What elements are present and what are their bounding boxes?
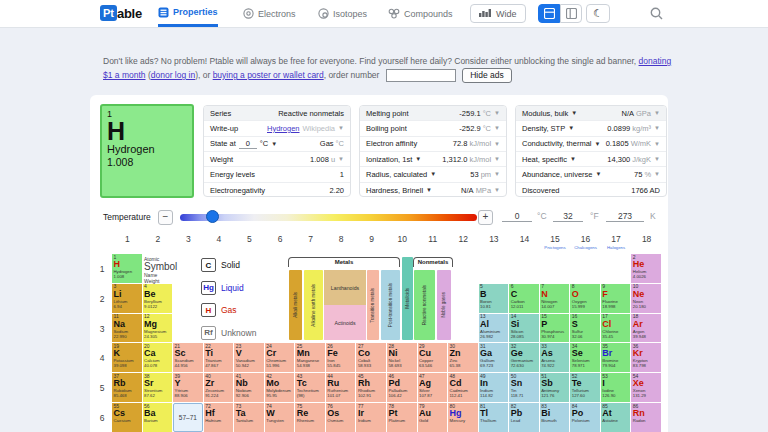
chevron-down-icon[interactable]: ▼	[338, 156, 344, 162]
group-number-2[interactable]: 2	[143, 234, 174, 244]
element-cell-Cs[interactable]: 55CsCaesium	[112, 403, 142, 432]
element-cell-Ti[interactable]: 22TiTitanium47.867	[204, 343, 234, 372]
element-cell-Ni[interactable]: 28NiNickel58.693	[387, 343, 417, 372]
element-cell-W[interactable]: 74WTungsten	[265, 403, 295, 432]
category-legend-lanthanoids-actinoids[interactable]: LanthanoidsActinoids	[324, 270, 366, 340]
element-cell-At[interactable]: 85AtAstatine	[601, 403, 631, 432]
chevron-down-icon[interactable]: ▼	[494, 187, 500, 193]
chevron-down-icon[interactable]: ▼	[654, 156, 660, 162]
group-number-8[interactable]: 8	[326, 234, 357, 244]
element-cell-Ir[interactable]: 77IrIridium	[356, 403, 386, 432]
group-number-1[interactable]: 1	[112, 234, 143, 244]
order-number-input[interactable]	[386, 69, 456, 82]
chevron-down-icon[interactable]: ▼	[494, 171, 500, 177]
group-family-label-halogens[interactable]: Halogens	[595, 245, 638, 250]
element-cell-Mn[interactable]: 25MnManganese54.938	[295, 343, 325, 372]
layout-split-vertical-button[interactable]	[560, 4, 582, 23]
wide-button[interactable]: Wide	[470, 4, 526, 23]
poster-link[interactable]: buying a poster or wallet card	[213, 70, 324, 80]
category-legend-actinoids[interactable]: Actinoids	[324, 305, 366, 340]
temperature-kelvin-input[interactable]: 273	[606, 211, 644, 222]
element-cell-Rh[interactable]: 45RhRhodium102.91	[356, 373, 386, 402]
group-number-14[interactable]: 14	[509, 234, 540, 244]
element-cell-Tl[interactable]: 81TlThallium	[479, 403, 509, 432]
period-number-3[interactable]: 3	[96, 324, 108, 334]
group-number-16[interactable]: 16	[570, 234, 601, 244]
element-cell-Br[interactable]: 35BrBromine79.904	[601, 343, 631, 372]
chevron-down-icon[interactable]: ▼	[568, 125, 574, 131]
temperature-plus-button[interactable]: +	[478, 210, 493, 225]
element-cell-P[interactable]: 15PPhosphorus30.974	[540, 314, 570, 343]
element-cell-Hf[interactable]: 72HfHafnium	[204, 403, 234, 432]
element-cell-O[interactable]: 8OOxygen15.999	[570, 284, 600, 313]
element-cell-Ru[interactable]: 44RuRuthenium101.07	[326, 373, 356, 402]
element-cell-Xe[interactable]: 54XeXenon131.29	[631, 373, 661, 402]
element-cell-Cu[interactable]: 29CuCopper63.546	[418, 343, 448, 372]
element-cell-Pd[interactable]: 46PdPalladium106.42	[387, 373, 417, 402]
element-cell-Cd[interactable]: 48CdCadmium112.41	[448, 373, 478, 402]
element-cell-C[interactable]: 6CCarbon12.011	[509, 284, 539, 313]
element-cell-Rb[interactable]: 37RbRubidium85.468	[112, 373, 142, 402]
chevron-down-icon[interactable]: ▼	[595, 171, 601, 177]
element-cell-Nb[interactable]: 41NbNiobium92.906	[234, 373, 264, 402]
element-cell-Pt[interactable]: 78PtPlatinum	[387, 403, 417, 432]
group-number-5[interactable]: 5	[234, 234, 265, 244]
element-cell-H[interactable]: 1HHydrogen1.008	[112, 254, 142, 283]
group-number-10[interactable]: 10	[387, 234, 418, 244]
element-cell-Rn[interactable]: 86RnRadon	[631, 403, 661, 432]
element-cell-F[interactable]: 9FFluorine18.998	[601, 284, 631, 313]
chevron-down-icon[interactable]: ▼	[494, 156, 500, 162]
chevron-down-icon[interactable]: ▼	[338, 125, 344, 131]
tab-isotopes[interactable]: Isotopes	[318, 0, 367, 27]
element-cell-Ge[interactable]: 32GeGermanium72.630	[509, 343, 539, 372]
search-button[interactable]	[650, 6, 663, 24]
element-cell-Pb[interactable]: 82PbLead	[509, 403, 539, 432]
chevron-down-icon[interactable]: ▼	[654, 110, 660, 116]
element-cell-Si[interactable]: 14SiSilicon28.085	[509, 314, 539, 343]
period-number-5[interactable]: 5	[96, 383, 108, 393]
group-number-18[interactable]: 18	[631, 234, 662, 244]
element-cell-I[interactable]: 53IIodine126.90	[601, 373, 631, 402]
element-cell-Sr[interactable]: 38SrStrontium87.62	[143, 373, 173, 402]
chevron-down-icon[interactable]: ▼	[594, 141, 600, 147]
element-cell-Fe[interactable]: 26FeIron55.845	[326, 343, 356, 372]
category-legend-post-transition[interactable]: Post-transition metals	[381, 270, 400, 340]
element-cell-Re[interactable]: 75ReRhenium	[295, 403, 325, 432]
tab-compounds[interactable]: Compounds	[388, 0, 453, 27]
element-cell-Se[interactable]: 34SeSelenium78.971	[570, 343, 600, 372]
chevron-down-icon[interactable]: ▼	[571, 110, 577, 116]
element-cell-Ne[interactable]: 10NeNeon20.180	[631, 284, 661, 313]
chevron-down-icon[interactable]: ▼	[570, 156, 576, 162]
lanthanide-placeholder-cell[interactable]: 57–71	[173, 403, 203, 432]
element-cell-Cr[interactable]: 24CrChromium51.996	[265, 343, 295, 372]
element-cell-Ba[interactable]: 56BaBarium	[143, 403, 173, 432]
element-cell-In[interactable]: 49InIndium114.82	[479, 373, 509, 402]
chevron-down-icon[interactable]: ▼	[494, 125, 500, 131]
element-cell-Au[interactable]: 79AuGold	[418, 403, 448, 432]
element-cell-Ag[interactable]: 47AgSilver107.87	[418, 373, 448, 402]
category-legend-alkali[interactable]: Alkali metals	[289, 270, 302, 340]
tab-electrons[interactable]: Electrons	[243, 0, 296, 27]
element-cell-Be[interactable]: 4BeBeryllium9.0122	[143, 284, 173, 313]
element-cell-Bi[interactable]: 83BiBismuth	[540, 403, 570, 432]
element-cell-Os[interactable]: 76OsOsmium	[326, 403, 356, 432]
group-number-12[interactable]: 12	[448, 234, 479, 244]
category-legend-transition[interactable]: Transition metals	[367, 270, 379, 340]
element-cell-K[interactable]: 19KPotassium39.098	[112, 343, 142, 372]
layout-split-horizontal-button[interactable]	[538, 4, 560, 23]
category-legend-reactive-nonmetal[interactable]: Reactive nonmetals	[414, 270, 435, 340]
chevron-down-icon[interactable]: ▼	[494, 110, 500, 116]
category-legend-metalloid-legend[interactable]: Metalloids	[402, 257, 413, 340]
element-cell-Sc[interactable]: 21ScScandium44.956	[173, 343, 203, 372]
element-cell-Co[interactable]: 27CoCobalt58.933	[356, 343, 386, 372]
donor-login-link[interactable]: donor log in	[151, 70, 195, 80]
chevron-down-icon[interactable]: ▼	[654, 141, 660, 147]
state-unit[interactable]: °C	[260, 139, 268, 148]
temperature-minus-button[interactable]: −	[158, 210, 173, 225]
temperature-celsius-input[interactable]: 0	[502, 211, 532, 222]
period-number-2[interactable]: 2	[96, 294, 108, 304]
period-number-1[interactable]: 1	[96, 264, 108, 274]
temperature-slider-thumb[interactable]	[206, 210, 219, 223]
chevron-down-icon[interactable]: ▼	[430, 171, 436, 177]
element-cell-Hg[interactable]: 80HgMercury	[448, 403, 478, 432]
